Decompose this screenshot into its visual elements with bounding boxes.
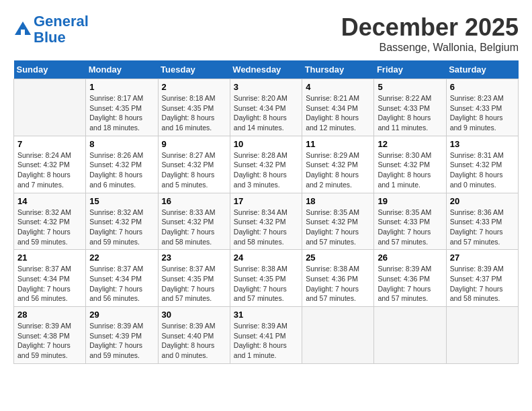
cell-content: Sunrise: 8:17 AM Sunset: 4:35 PM Dayligh…	[89, 93, 154, 133]
cell-content: Sunrise: 8:39 AM Sunset: 4:40 PM Dayligh…	[162, 321, 226, 361]
calendar-cell: 4Sunrise: 8:21 AM Sunset: 4:34 PM Daylig…	[302, 79, 374, 136]
calendar-cell: 5Sunrise: 8:22 AM Sunset: 4:33 PM Daylig…	[374, 79, 446, 136]
day-header-thursday: Thursday	[302, 60, 374, 79]
day-number: 6	[450, 82, 515, 92]
cell-content: Sunrise: 8:30 AM Sunset: 4:32 PM Dayligh…	[378, 150, 442, 190]
cell-content: Sunrise: 8:38 AM Sunset: 4:36 PM Dayligh…	[306, 264, 370, 304]
calendar-week-1: 1Sunrise: 8:17 AM Sunset: 4:35 PM Daylig…	[14, 79, 519, 136]
day-number: 18	[306, 196, 370, 206]
cell-content: Sunrise: 8:18 AM Sunset: 4:35 PM Dayligh…	[162, 93, 226, 133]
cell-content: Sunrise: 8:32 AM Sunset: 4:32 PM Dayligh…	[17, 208, 82, 247]
day-number: 23	[162, 253, 226, 263]
calendar-cell: 3Sunrise: 8:20 AM Sunset: 4:34 PM Daylig…	[230, 79, 302, 136]
calendar-cell: 9Sunrise: 8:27 AM Sunset: 4:32 PM Daylig…	[158, 136, 230, 193]
cell-content: Sunrise: 8:35 AM Sunset: 4:32 PM Dayligh…	[306, 208, 370, 247]
calendar-cell: 1Sunrise: 8:17 AM Sunset: 4:35 PM Daylig…	[86, 79, 158, 136]
cell-content: Sunrise: 8:31 AM Sunset: 4:32 PM Dayligh…	[450, 150, 515, 190]
day-number: 25	[306, 253, 370, 263]
cell-content: Sunrise: 8:39 AM Sunset: 4:37 PM Dayligh…	[450, 264, 515, 304]
calendar-cell	[302, 307, 374, 364]
day-header-sunday: Sunday	[14, 60, 86, 79]
cell-content: Sunrise: 8:33 AM Sunset: 4:32 PM Dayligh…	[162, 208, 226, 247]
calendar-cell: 11Sunrise: 8:29 AM Sunset: 4:32 PM Dayli…	[302, 136, 374, 193]
calendar-cell: 17Sunrise: 8:34 AM Sunset: 4:32 PM Dayli…	[230, 193, 302, 250]
calendar-cell: 6Sunrise: 8:23 AM Sunset: 4:33 PM Daylig…	[446, 79, 518, 136]
calendar-cell: 30Sunrise: 8:39 AM Sunset: 4:40 PM Dayli…	[158, 307, 230, 364]
day-number: 8	[89, 139, 154, 149]
cell-content: Sunrise: 8:38 AM Sunset: 4:35 PM Dayligh…	[234, 264, 298, 304]
cell-content: Sunrise: 8:39 AM Sunset: 4:38 PM Dayligh…	[17, 321, 82, 361]
calendar-cell: 25Sunrise: 8:38 AM Sunset: 4:36 PM Dayli…	[302, 250, 374, 307]
cell-content: Sunrise: 8:23 AM Sunset: 4:33 PM Dayligh…	[450, 93, 515, 133]
calendar-cell: 22Sunrise: 8:37 AM Sunset: 4:34 PM Dayli…	[86, 250, 158, 307]
day-number: 19	[378, 196, 442, 206]
calendar-cell	[374, 307, 446, 364]
calendar-cell: 24Sunrise: 8:38 AM Sunset: 4:35 PM Dayli…	[230, 250, 302, 307]
day-number: 10	[234, 139, 298, 149]
cell-content: Sunrise: 8:34 AM Sunset: 4:32 PM Dayligh…	[234, 208, 298, 247]
day-number: 20	[450, 196, 515, 206]
calendar-cell: 23Sunrise: 8:37 AM Sunset: 4:35 PM Dayli…	[158, 250, 230, 307]
day-number: 11	[306, 139, 370, 149]
cell-content: Sunrise: 8:28 AM Sunset: 4:32 PM Dayligh…	[234, 150, 298, 190]
calendar-week-3: 14Sunrise: 8:32 AM Sunset: 4:32 PM Dayli…	[14, 193, 519, 250]
month-title: December 2025	[341, 13, 519, 42]
day-number: 7	[17, 139, 82, 149]
calendar-cell: 28Sunrise: 8:39 AM Sunset: 4:38 PM Dayli…	[14, 307, 86, 364]
calendar-cell	[14, 79, 86, 136]
cell-content: Sunrise: 8:39 AM Sunset: 4:36 PM Dayligh…	[378, 264, 442, 304]
calendar-cell: 29Sunrise: 8:39 AM Sunset: 4:39 PM Dayli…	[86, 307, 158, 364]
day-number: 9	[162, 139, 226, 149]
logo-icon	[13, 20, 32, 39]
cell-content: Sunrise: 8:39 AM Sunset: 4:39 PM Dayligh…	[89, 321, 154, 361]
svg-rect-1	[21, 30, 25, 35]
title-block: December 2025 Bassenge, Wallonia, Belgiu…	[341, 13, 519, 54]
day-header-monday: Monday	[86, 60, 158, 79]
page-header: General Blue December 2025 Bassenge, Wal…	[13, 13, 519, 54]
day-number: 27	[450, 253, 515, 263]
day-number: 28	[17, 310, 82, 320]
calendar-cell: 21Sunrise: 8:37 AM Sunset: 4:34 PM Dayli…	[14, 250, 86, 307]
calendar-cell: 14Sunrise: 8:32 AM Sunset: 4:32 PM Dayli…	[14, 193, 86, 250]
calendar-cell: 18Sunrise: 8:35 AM Sunset: 4:32 PM Dayli…	[302, 193, 374, 250]
day-number: 12	[378, 139, 442, 149]
calendar-cell: 16Sunrise: 8:33 AM Sunset: 4:32 PM Dayli…	[158, 193, 230, 250]
day-number: 1	[89, 82, 154, 92]
day-number: 2	[162, 82, 226, 92]
day-number: 3	[234, 82, 298, 92]
cell-content: Sunrise: 8:37 AM Sunset: 4:34 PM Dayligh…	[17, 264, 82, 304]
cell-content: Sunrise: 8:36 AM Sunset: 4:33 PM Dayligh…	[450, 208, 515, 247]
day-number: 26	[378, 253, 442, 263]
day-number: 24	[234, 253, 298, 263]
logo-text: General Blue	[34, 13, 89, 46]
day-number: 31	[234, 310, 298, 320]
cell-content: Sunrise: 8:26 AM Sunset: 4:32 PM Dayligh…	[89, 150, 154, 190]
calendar-cell: 26Sunrise: 8:39 AM Sunset: 4:36 PM Dayli…	[374, 250, 446, 307]
calendar-cell: 8Sunrise: 8:26 AM Sunset: 4:32 PM Daylig…	[86, 136, 158, 193]
calendar-cell: 20Sunrise: 8:36 AM Sunset: 4:33 PM Dayli…	[446, 193, 518, 250]
cell-content: Sunrise: 8:29 AM Sunset: 4:32 PM Dayligh…	[306, 150, 370, 190]
cell-content: Sunrise: 8:37 AM Sunset: 4:34 PM Dayligh…	[89, 264, 154, 304]
calendar-week-2: 7Sunrise: 8:24 AM Sunset: 4:32 PM Daylig…	[14, 136, 519, 193]
day-number: 16	[162, 196, 226, 206]
calendar-week-5: 28Sunrise: 8:39 AM Sunset: 4:38 PM Dayli…	[14, 307, 519, 364]
cell-content: Sunrise: 8:39 AM Sunset: 4:41 PM Dayligh…	[234, 321, 298, 361]
calendar-cell	[446, 307, 518, 364]
calendar-cell: 27Sunrise: 8:39 AM Sunset: 4:37 PM Dayli…	[446, 250, 518, 307]
location: Bassenge, Wallonia, Belgium	[341, 42, 519, 54]
cell-content: Sunrise: 8:20 AM Sunset: 4:34 PM Dayligh…	[234, 93, 298, 133]
calendar-cell: 31Sunrise: 8:39 AM Sunset: 4:41 PM Dayli…	[230, 307, 302, 364]
cell-content: Sunrise: 8:22 AM Sunset: 4:33 PM Dayligh…	[378, 93, 442, 133]
cell-content: Sunrise: 8:35 AM Sunset: 4:33 PM Dayligh…	[378, 208, 442, 247]
calendar-cell: 12Sunrise: 8:30 AM Sunset: 4:32 PM Dayli…	[374, 136, 446, 193]
calendar-cell: 10Sunrise: 8:28 AM Sunset: 4:32 PM Dayli…	[230, 136, 302, 193]
calendar-table: SundayMondayTuesdayWednesdayThursdayFrid…	[13, 60, 519, 364]
calendar-cell: 15Sunrise: 8:32 AM Sunset: 4:32 PM Dayli…	[86, 193, 158, 250]
day-number: 30	[162, 310, 226, 320]
calendar-week-4: 21Sunrise: 8:37 AM Sunset: 4:34 PM Dayli…	[14, 250, 519, 307]
calendar-cell: 2Sunrise: 8:18 AM Sunset: 4:35 PM Daylig…	[158, 79, 230, 136]
day-number: 22	[89, 253, 154, 263]
calendar-body: 1Sunrise: 8:17 AM Sunset: 4:35 PM Daylig…	[14, 79, 519, 364]
day-number: 15	[89, 196, 154, 206]
day-number: 13	[450, 139, 515, 149]
